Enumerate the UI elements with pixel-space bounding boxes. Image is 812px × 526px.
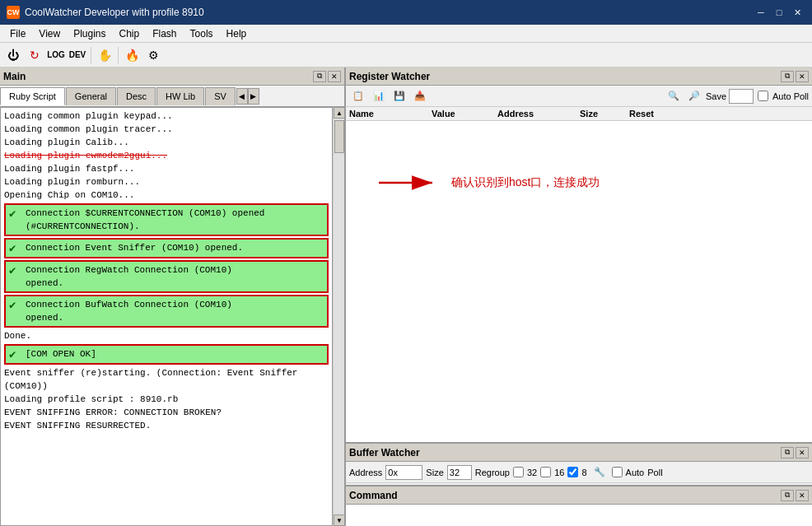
window-controls: ─ □ ✕ <box>753 5 805 20</box>
rw-btn-chart[interactable]: 📊 <box>370 89 388 103</box>
tab-hw-lib[interactable]: HW Lib <box>156 87 204 105</box>
scrollbar-track[interactable] <box>334 119 344 514</box>
cmd-float-btn[interactable]: ⧉ <box>781 490 794 501</box>
menu-chip[interactable]: Chip <box>113 26 147 41</box>
rw-btn-save[interactable]: 💾 <box>390 89 408 103</box>
menu-plugins[interactable]: Plugins <box>67 26 112 41</box>
scroll-up-btn[interactable]: ▲ <box>334 107 344 119</box>
main-panel-title: Main <box>3 71 26 82</box>
log-line-done: Done. <box>4 329 329 342</box>
main-toolbar: ⏻ ↻ LOG DEV ✋ 🔥 ⚙ <box>0 43 812 67</box>
buffer-watcher: Buffer Watcher ⧉ ✕ Address Size Regroup … <box>346 444 812 485</box>
log-line: Opening Chip on COM10... <box>4 189 329 202</box>
check-icon: ✔ <box>9 347 22 361</box>
bw-32-checkbox[interactable] <box>540 467 551 477</box>
rw-float-btn[interactable]: ⧉ <box>781 71 794 82</box>
main-layout: Main ⧉ ✕ Ruby Script General Desc HW Lib… <box>0 67 812 526</box>
register-table-header: Name Value Address Size Reset <box>346 107 812 121</box>
bw-panel-controls: ⧉ ✕ <box>781 447 809 459</box>
log-line: Loading profile script : 8910.rb <box>4 393 329 406</box>
log-block-connection1: ✔ Connection $CURRENTCONNECTION (COM10) … <box>4 203 329 236</box>
bw-close-btn[interactable]: ✕ <box>796 447 809 459</box>
check-icon: ✔ <box>9 263 22 277</box>
bw-toolbar: Address Size Regroup 32 16 8 🔧 Auto Poll <box>346 462 812 483</box>
log-block-connection2: ✔ Connection Event Sniffer (COM10) opene… <box>4 238 329 258</box>
bw-32-label: 32 <box>527 468 537 477</box>
bw-8-label: 8 <box>581 468 586 477</box>
bw-16-label: 16 <box>554 468 564 477</box>
cmd-close-btn[interactable]: ✕ <box>796 490 809 501</box>
register-content: 确认识别到host口，连接成功 <box>346 121 812 442</box>
log-scrollbar[interactable]: ▲ ▼ <box>333 107 344 526</box>
panel-float-btn[interactable]: ⧉ <box>313 71 326 82</box>
bw-auto-checkbox[interactable] <box>612 467 623 477</box>
buffer-watcher-header: Buffer Watcher ⧉ ✕ <box>346 444 812 462</box>
rw-auto-checkbox[interactable] <box>758 91 768 101</box>
panel-controls: ⧉ ✕ <box>313 71 341 82</box>
rw-save-input[interactable] <box>729 89 754 104</box>
menu-tools[interactable]: Tools <box>184 26 220 41</box>
bw-address-input[interactable] <box>385 465 422 480</box>
bw-size-label: Size <box>426 468 443 477</box>
menu-flash[interactable]: Flash <box>146 26 183 41</box>
log-line: Loading plugin romburn... <box>4 175 329 189</box>
command-content[interactable] <box>346 505 812 526</box>
log-area[interactable]: Loading common plugin keypad... Loading … <box>0 107 333 526</box>
toolbar-sep1 <box>91 47 91 63</box>
toolbar-power[interactable]: ⏻ <box>3 45 23 65</box>
log-block-com-open: ✔ [COM OPEN OK] <box>4 344 329 365</box>
tab-general[interactable]: General <box>66 87 116 105</box>
tab-ruby-script[interactable]: Ruby Script <box>0 87 65 105</box>
rw-btn-import[interactable]: 📥 <box>411 89 429 103</box>
menu-file[interactable]: File <box>3 26 32 41</box>
col-reset-header: Reset <box>629 109 695 119</box>
close-button[interactable]: ✕ <box>789 5 805 20</box>
bw-float-btn[interactable]: ⧉ <box>781 447 794 459</box>
toolbar-hand[interactable]: ✋ <box>95 45 114 65</box>
toolbar-star[interactable]: ⚙ <box>143 45 163 65</box>
command-panel-header: Command ⧉ ✕ <box>346 486 812 505</box>
menu-help[interactable]: Help <box>220 26 254 41</box>
maximize-button[interactable]: □ <box>771 5 787 20</box>
buffer-watcher-title: Buffer Watcher <box>349 447 420 459</box>
log-line: EVENT SNIFFING RESURRECTED. <box>4 419 329 432</box>
rw-panel-controls: ⧉ ✕ <box>781 71 809 82</box>
bw-size-input[interactable] <box>447 465 472 480</box>
minimize-button[interactable]: ─ <box>753 5 769 20</box>
toolbar-fire[interactable]: 🔥 <box>122 45 142 65</box>
toolbar-dev[interactable]: DEV <box>68 45 87 65</box>
rw-search2-btn[interactable]: 🔎 <box>685 89 703 103</box>
rw-close-btn[interactable]: ✕ <box>796 71 809 82</box>
window-title: CoolWatcher Developer with profile 8910 <box>25 7 753 18</box>
bw-action-btn[interactable]: 🔧 <box>590 465 609 479</box>
toolbar-refresh[interactable]: ↻ <box>25 45 44 65</box>
scroll-down-btn[interactable]: ▼ <box>334 514 344 526</box>
tab-desc[interactable]: Desc <box>117 87 156 105</box>
command-panel: Command ⧉ ✕ <box>346 485 812 526</box>
menu-view[interactable]: View <box>32 26 67 41</box>
panel-close-btn[interactable]: ✕ <box>328 71 341 82</box>
tab-sv[interactable]: SV <box>205 87 236 105</box>
tab-scroll-right[interactable]: ▶ <box>248 88 259 105</box>
register-watcher-header: Register Watcher ⧉ ✕ <box>346 67 812 86</box>
register-watcher: Register Watcher ⧉ ✕ 📋 📊 💾 📥 🔍 🔎 Save Au… <box>346 67 812 444</box>
scrollbar-thumb[interactable] <box>334 120 344 153</box>
tab-scroll-left[interactable]: ◀ <box>236 88 248 105</box>
log-area-container: Loading common plugin keypad... Loading … <box>0 107 344 526</box>
bw-regroup-checkbox[interactable] <box>513 467 524 477</box>
bw-16-checkbox[interactable] <box>567 467 578 477</box>
log-line: Loading common plugin tracer... <box>4 123 329 136</box>
bw-poll-label: Poll <box>647 468 662 477</box>
rw-search-btn[interactable]: 🔍 <box>665 89 683 103</box>
log-block-connection4: ✔ Connection BufWatch Connection (COM10)… <box>4 295 329 328</box>
check-icon: ✔ <box>9 298 22 312</box>
toolbar-log[interactable]: LOG <box>46 45 66 65</box>
title-bar: CW CoolWatcher Developer with profile 89… <box>0 0 812 25</box>
rw-poll-label: Poll <box>794 91 809 101</box>
menu-bar: File View Plugins Chip Flash Tools Help <box>0 25 812 43</box>
command-panel-title: Command <box>349 490 398 501</box>
check-icon: ✔ <box>9 241 22 255</box>
rw-btn-copy[interactable]: 📋 <box>349 89 367 103</box>
bw-regroup-label: Regroup <box>475 468 510 477</box>
log-block-connection3: ✔ Connection RegWatch Connection (COM10)… <box>4 260 329 293</box>
